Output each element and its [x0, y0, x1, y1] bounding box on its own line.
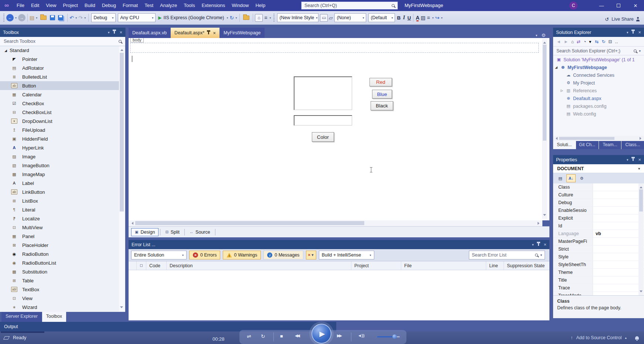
tab-toolbox[interactable]: Toolbox: [42, 312, 66, 322]
account-avatar[interactable]: C: [569, 1, 577, 10]
close-icon[interactable]: ×: [119, 30, 122, 35]
scroll-up-icon[interactable]: [120, 48, 123, 51]
prop-title[interactable]: Title: [553, 276, 644, 284]
menu-debug[interactable]: Debug: [99, 0, 119, 11]
column-code[interactable]: Code: [146, 261, 167, 270]
solexp-back-button[interactable]: ◄: [556, 39, 561, 44]
properties-scrollbar[interactable]: [638, 183, 644, 295]
menu-format[interactable]: Format: [119, 0, 141, 11]
toolbox-item-checkboxlist[interactable]: ⊟CheckBoxList: [0, 108, 119, 117]
toolbox-item-button[interactable]: abButton: [0, 81, 119, 90]
solexp-pending-changes-button[interactable]: ◔: [583, 39, 586, 44]
list-format-button[interactable]: ≡: [426, 13, 431, 23]
menu-window[interactable]: Window: [228, 0, 252, 11]
scroll-left-icon[interactable]: [554, 137, 558, 140]
toolbox-item-bulletedlist[interactable]: ≣BulletedList: [0, 72, 119, 81]
menu-file[interactable]: File: [13, 0, 28, 11]
toolbox-item-multiview[interactable]: ⊡MultiView: [0, 223, 119, 232]
messages-filter-button[interactable]: i 0 Messages: [263, 251, 303, 259]
bold-button[interactable]: B: [396, 13, 401, 23]
prop-culture[interactable]: Culture: [553, 191, 644, 199]
build-intellisense-combo[interactable]: Build + IntelliSense: [319, 251, 374, 259]
restore-button[interactable]: [610, 0, 627, 11]
scrollbar-thumb[interactable]: [135, 221, 364, 225]
undo-caret[interactable]: ▾: [75, 13, 78, 23]
solexp-collapse-all-button[interactable]: ⊟: [608, 39, 612, 44]
tree-solution[interactable]: ▣Solution 'MyFirstWebspage' (1 of 1: [553, 56, 644, 63]
toolbox-item-imagemap[interactable]: ▩ImageMap: [0, 170, 119, 179]
div-element-outline[interactable]: [130, 43, 539, 53]
pin-icon[interactable]: [114, 31, 115, 34]
save-all-button[interactable]: [58, 15, 63, 20]
tab-server-explorer[interactable]: Server Explorer: [1, 312, 42, 322]
volume-slider-knob[interactable]: [392, 334, 397, 339]
chevron-down-icon[interactable]: ▾: [108, 31, 110, 34]
pin-icon[interactable]: [633, 31, 634, 34]
design-surface[interactable]: body Red Blue Black Color: [129, 38, 549, 220]
scrollbar-thumb[interactable]: [639, 189, 643, 211]
toolbox-item-dropdownlist[interactable]: ▾DropDownList: [0, 117, 119, 125]
play-button[interactable]: ▶: [311, 324, 331, 344]
navigate-back-button[interactable]: ←: [6, 14, 14, 21]
style-combo[interactable]: (New Inline Style: [277, 13, 318, 22]
formatting-options-button[interactable]: ≡: [263, 13, 268, 23]
menu-open-icon[interactable]: ▴: [625, 336, 627, 340]
tab-git-changes[interactable]: Git Ch...: [576, 141, 599, 149]
prop-explicit[interactable]: Explicit: [553, 214, 644, 222]
browser-view-button[interactable]: ⌂: [255, 14, 263, 22]
prop-id[interactable]: Id: [553, 222, 644, 230]
shuffle-icon[interactable]: ⇌: [247, 333, 251, 339]
toolbox-search-input[interactable]: Search Toolbox: [0, 37, 125, 46]
column-line[interactable]: Line: [486, 261, 504, 270]
prop-language[interactable]: Languagevb: [553, 230, 644, 238]
tab-class-view[interactable]: Class...: [621, 141, 644, 149]
clear-filter-button[interactable]: ✕ ▼: [306, 251, 316, 259]
prop-tracemode[interactable]: TraceMode: [553, 292, 644, 295]
toolbar-overflow-button[interactable]: ▾: [440, 13, 443, 23]
minimize-button[interactable]: —: [593, 0, 610, 11]
target-rule-combo[interactable]: (None): [334, 13, 366, 22]
notifications-bell-icon[interactable]: [635, 336, 639, 340]
solution-explorer-horizontal-scrollbar[interactable]: [553, 136, 644, 141]
stop-button[interactable]: ■: [280, 333, 283, 339]
toolbox-item-image[interactable]: ▨Image: [0, 152, 119, 161]
attach-to-process-button[interactable]: [243, 16, 249, 20]
prop-theme[interactable]: Theme: [553, 269, 644, 276]
red-button-control[interactable]: Red: [369, 78, 392, 86]
scroll-down-icon[interactable]: [543, 214, 546, 217]
tree-my-project[interactable]: ⚙My Project: [553, 79, 644, 87]
tab-split[interactable]: ⊟ Split: [162, 228, 183, 236]
quick-search-input[interactable]: Search (Ctrl+Q): [301, 1, 398, 10]
scope-filter-combo[interactable]: Entire Solution: [131, 251, 187, 259]
scrollbar-thumb[interactable]: [559, 137, 614, 140]
close-button[interactable]: ✕: [627, 0, 644, 11]
solexp-switch-views-button[interactable]: ⇄: [577, 39, 580, 44]
prop-masterpagefile[interactable]: MasterPageFi: [553, 238, 644, 245]
pin-icon[interactable]: [538, 243, 539, 246]
solution-explorer-search-input[interactable]: Search Solution Explorer (Ctrl+;) ▾: [553, 47, 644, 55]
undo-button[interactable]: ↶: [69, 13, 74, 23]
prop-stylesheettheme[interactable]: StyleSheetTh: [553, 261, 644, 269]
font-combo[interactable]: (Default: [368, 13, 395, 22]
navigate-back-caret[interactable]: ▾: [14, 13, 17, 23]
close-icon[interactable]: ×: [213, 30, 216, 36]
start-debug-button[interactable]: ▶IIS Express (Google Chrome): [157, 13, 225, 23]
tab-source[interactable]: ↔ Source: [186, 228, 214, 236]
open-file-button[interactable]: [40, 16, 47, 20]
style-block-button[interactable]: ▭: [320, 14, 328, 22]
scrollbar-thumb[interactable]: [120, 53, 124, 211]
prop-style[interactable]: Style: [553, 253, 644, 261]
body-tag-label[interactable]: body: [130, 38, 144, 42]
toolbox-item-literal[interactable]: ¶Literal: [0, 205, 119, 214]
chevron-down-icon[interactable]: ▾: [627, 158, 628, 162]
color-button-control[interactable]: Color: [312, 132, 334, 142]
solexp-pending-caret[interactable]: ▾: [589, 39, 592, 44]
design-vertical-scrollbar[interactable]: [542, 39, 547, 219]
prop-class[interactable]: Class: [553, 183, 644, 191]
prop-trace[interactable]: Trace: [553, 284, 644, 292]
gear-icon[interactable]: ⚙: [541, 32, 546, 38]
solexp-overflow-button[interactable]: ‥: [615, 39, 618, 44]
solution-platforms-combo[interactable]: Any CPU: [118, 13, 156, 22]
tab-deafault-aspx-vb[interactable]: Deafault.aspx.vb: [129, 28, 170, 38]
redo-caret[interactable]: ▾: [84, 13, 86, 23]
